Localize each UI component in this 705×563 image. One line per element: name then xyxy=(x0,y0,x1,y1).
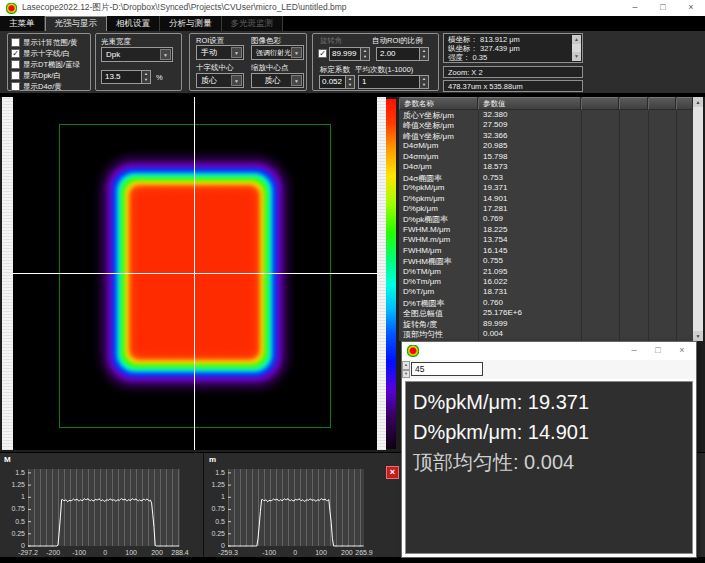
y-axis-tick-label: 1.25 xyxy=(3,481,25,488)
beam-width-mode-dropdown[interactable]: Dpk ▼ xyxy=(101,47,173,62)
param-name: 峰值Y坐标/μm xyxy=(399,131,478,141)
checkbox[interactable] xyxy=(11,38,20,47)
auto-roi-spinner[interactable]: 2.00 ▲▼ xyxy=(376,47,429,61)
average-count-label: 平均次数(1-1000) xyxy=(355,65,413,75)
tab-intensity-display[interactable]: 光强与显示 xyxy=(45,16,108,31)
column-header-empty[interactable] xyxy=(676,97,693,110)
param-name: 峰值X坐标/μm xyxy=(399,120,478,130)
param-value: 0.769 xyxy=(478,214,580,224)
rotation-angle-spinner[interactable]: 89.999 ▲▼ xyxy=(329,47,370,61)
param-value: 21.095 xyxy=(478,267,580,277)
cross-center-dropdown[interactable]: 质心 ▼ xyxy=(196,73,244,88)
param-name: FWHM.m/μm xyxy=(399,235,478,245)
overlay-result-panel: D%pkM/μm: 19.371 D%pkm/μm: 14.901 顶部均匀性:… xyxy=(405,381,693,554)
column-header-empty[interactable] xyxy=(648,97,676,110)
checkbox[interactable] xyxy=(11,82,20,91)
cross-center-label: 十字线中心 xyxy=(196,63,234,73)
close-icon[interactable]: × xyxy=(670,342,694,360)
scroll-up-icon[interactable]: ▲ xyxy=(693,97,703,107)
x-axis-tick-label: 200 xyxy=(151,549,163,556)
spin-down-icon[interactable]: ▼ xyxy=(402,370,410,379)
plot-area xyxy=(228,469,364,546)
overlay-value-input[interactable] xyxy=(411,362,483,376)
checkbox[interactable] xyxy=(11,60,20,69)
maximize-icon[interactable]: □ xyxy=(649,0,677,16)
status-bar xyxy=(0,557,705,563)
graphs-close-button[interactable]: × xyxy=(386,466,399,479)
readout-scrollbar[interactable]: ▲ ▼ xyxy=(572,35,581,61)
app-icon xyxy=(6,3,17,14)
left-scroll-strip[interactable] xyxy=(2,97,13,450)
scroll-down-icon[interactable]: ▼ xyxy=(572,52,581,61)
param-value: 20.985 xyxy=(478,141,580,151)
scroll-down-icon[interactable]: ▼ xyxy=(693,331,703,341)
x-axis-tick-label: 100 xyxy=(315,549,327,556)
param-value: 15.798 xyxy=(478,152,580,162)
beam-width-percent-spinner[interactable]: 13.5 ▲▼ xyxy=(101,70,151,84)
x-axis-tick-label: 0 xyxy=(103,549,107,556)
param-value: 18.225 xyxy=(478,225,580,235)
param-name: D%T椭圆率 xyxy=(399,298,478,308)
beam-width-group: 光束宽度 Dpk ▼ 13.5 ▲▼ % xyxy=(95,33,182,91)
chevron-down-icon[interactable]: ▼ xyxy=(231,75,242,86)
beam-image-view[interactable] xyxy=(13,97,377,450)
roi-settings-group: ROI设置 手动 ▼ 图像色彩 强调衍射光 ▼ 十字线中心 质心 ▼ 缩放中心点… xyxy=(189,33,307,91)
spin-down-icon[interactable]: ▼ xyxy=(361,54,369,60)
overlay-title-bar[interactable]: – □ × xyxy=(402,342,696,360)
maximize-icon[interactable]: □ xyxy=(646,342,670,360)
column-header-value[interactable]: 参数值 xyxy=(478,97,581,110)
column-header-empty[interactable] xyxy=(619,97,648,110)
readout-x: 横坐标： 813.912 μm xyxy=(448,35,578,44)
checkbox[interactable] xyxy=(11,71,20,80)
right-scroll-strip[interactable] xyxy=(377,97,386,450)
minimize-icon[interactable]: – xyxy=(622,342,646,360)
minimize-icon[interactable]: – xyxy=(621,0,649,16)
param-name: D%Tm/μm xyxy=(399,277,478,287)
chevron-down-icon[interactable]: ▼ xyxy=(231,47,242,58)
display-option-label: 显示Dpk/白 xyxy=(23,71,61,81)
title-bar: Lasecope2022.12-图片-D:\Dropbox\!Synced\Pr… xyxy=(0,0,705,16)
calibration-spinner[interactable]: 0.052 ▲▼ xyxy=(319,75,355,89)
spin-down-icon[interactable]: ▼ xyxy=(142,77,150,83)
chevron-down-icon[interactable]: ▼ xyxy=(291,47,302,58)
result-line-uniformity: 顶部均匀性: 0.004 xyxy=(413,447,685,477)
zoom-center-dropdown[interactable]: 质心 ▼ xyxy=(251,73,304,88)
scroll-up-icon[interactable]: ▲ xyxy=(572,35,581,44)
param-value: 14.901 xyxy=(478,194,580,204)
tab-analysis-measure[interactable]: 分析与测量 xyxy=(160,16,222,31)
tab-main-menu[interactable]: 主菜单 xyxy=(0,16,45,31)
tab-multi-spot: 多光斑监测 xyxy=(222,16,284,31)
y-axis-tick-label: 1.5 xyxy=(203,469,225,476)
checkbox[interactable]: ✓ xyxy=(11,49,20,58)
column-header-name[interactable]: 参数名称 xyxy=(399,97,478,110)
display-options-list: 显示计算范围/黄✓显示十字线/白显示DT椭圆/蓝绿显示Dpk/白显示D4σ/黄 xyxy=(8,37,90,92)
close-icon[interactable]: × xyxy=(677,0,705,16)
rotation-checkbox[interactable]: ✓ xyxy=(318,49,327,58)
spin-down-icon[interactable]: ▼ xyxy=(346,82,354,88)
display-option[interactable]: ✓显示十字线/白 xyxy=(8,48,90,59)
param-name: D%T/μm xyxy=(399,287,478,297)
calibration-label: 标定系数 xyxy=(320,65,350,75)
display-option[interactable]: 显示计算范围/黄 xyxy=(8,37,90,48)
roi-mode-dropdown[interactable]: 手动 ▼ xyxy=(196,45,244,60)
overlay-spinner[interactable]: ▲ ▼ xyxy=(402,361,410,378)
param-name: D4σ椭圆率 xyxy=(399,173,478,183)
spin-down-icon[interactable]: ▼ xyxy=(420,82,428,88)
param-name: 顶部均匀性 xyxy=(399,329,478,339)
spin-down-icon[interactable]: ▼ xyxy=(420,54,428,60)
parameter-table: 参数名称 参数值 质心Y坐标/μm32.380峰值X坐标/μm27.509峰值Y… xyxy=(399,97,703,341)
chevron-down-icon[interactable]: ▼ xyxy=(291,75,302,86)
readout-intensity: 强度： 0.35 xyxy=(448,53,578,62)
spin-up-icon[interactable]: ▲ xyxy=(402,361,410,370)
beam-width-label: 光束宽度 xyxy=(101,37,131,47)
image-color-dropdown[interactable]: 强调衍射光 ▼ xyxy=(251,45,304,60)
param-name: FWHM/μm xyxy=(399,246,478,256)
average-count-spinner[interactable]: 1 ▲▼ xyxy=(358,75,429,89)
tab-camera-settings[interactable]: 相机设置 xyxy=(107,16,160,31)
display-option[interactable]: 显示DT椭圆/蓝绿 xyxy=(8,59,90,70)
table-scrollbar[interactable]: ▲ ▼ xyxy=(693,97,703,341)
chevron-down-icon[interactable]: ▼ xyxy=(160,49,171,60)
column-header-empty[interactable] xyxy=(581,97,619,110)
display-option[interactable]: 显示D4σ/黄 xyxy=(8,81,90,92)
display-option[interactable]: 显示Dpk/白 xyxy=(8,70,90,81)
